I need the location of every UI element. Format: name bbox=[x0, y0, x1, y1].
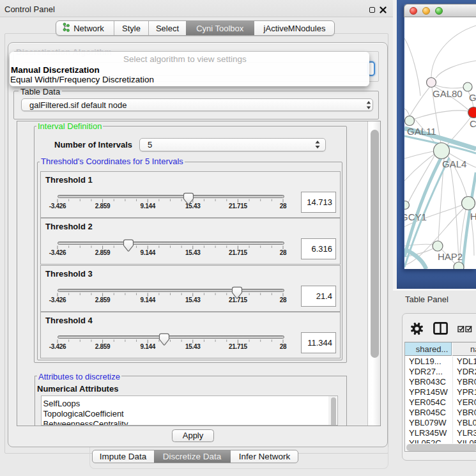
svg-text:GCY1: GCY1 bbox=[404, 211, 427, 222]
svg-text:GAL11: GAL11 bbox=[407, 126, 436, 137]
svg-text:HAP2: HAP2 bbox=[438, 251, 463, 262]
svg-text:CRP: CRP bbox=[470, 118, 476, 129]
svg-text:GAL4: GAL4 bbox=[442, 158, 466, 169]
svg-text:GAL80: GAL80 bbox=[433, 88, 463, 99]
svg-text:GAL2: GAL2 bbox=[469, 92, 476, 103]
svg-text:HA: HA bbox=[470, 211, 476, 222]
